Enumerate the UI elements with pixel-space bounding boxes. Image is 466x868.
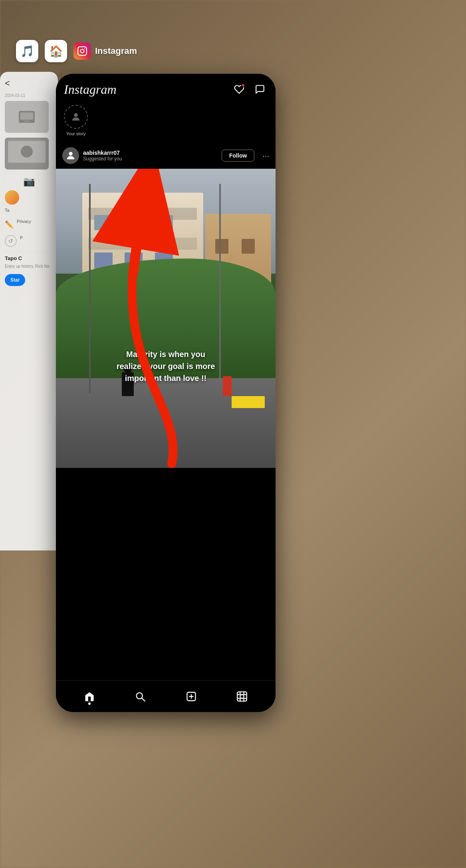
privacy-icon: ✏️ <box>5 220 14 229</box>
your-story-label: Your story <box>66 131 85 136</box>
home-icon-top: 🏠 <box>49 45 63 58</box>
svg-rect-2 <box>24 120 29 122</box>
left-app-panel: < 2024-03-11 📷 Ta ✏️ Privacy ↺ P <box>0 72 58 550</box>
instagram-phone-card: Instagram Your story <box>56 74 276 712</box>
instagram-app-label: Instagram <box>73 42 137 60</box>
back-icon[interactable]: < <box>5 78 53 89</box>
nav-search-button[interactable] <box>130 687 150 706</box>
post-subtitle: Suggested for you <box>83 156 218 162</box>
bottom-navigation <box>56 680 276 712</box>
header-icons <box>232 82 268 97</box>
instagram-post: aabishkarrr07 Suggested for you Follow ·… <box>56 142 276 468</box>
your-story-avatar <box>64 105 88 129</box>
instagram-header: Instagram <box>56 74 276 101</box>
panel-image-1 <box>5 101 49 133</box>
svg-point-10 <box>69 152 72 156</box>
svg-line-14 <box>142 698 145 701</box>
post-user-info: aabishkarrr07 Suggested for you <box>83 150 218 162</box>
camera-icon: 📷 <box>5 176 53 187</box>
post-avatar[interactable] <box>62 147 79 164</box>
instagram-icon-top <box>73 42 91 60</box>
svg-rect-6 <box>78 47 87 55</box>
app-title: Tapo C <box>5 255 53 261</box>
instagram-app-name: Instagram <box>95 46 137 56</box>
svg-point-5 <box>21 146 33 158</box>
home-active-dot <box>88 702 91 705</box>
svg-rect-18 <box>238 692 247 701</box>
svg-point-19 <box>240 694 244 698</box>
nav-reels-button[interactable] <box>232 687 252 706</box>
app-desc: Enjoy up history, Rich No <box>5 264 53 269</box>
notifications-button[interactable] <box>232 82 247 97</box>
divider <box>5 252 53 252</box>
red-arrow-overlay <box>56 169 276 468</box>
instagram-logo: Instagram <box>64 82 117 97</box>
panel-image-2 <box>5 138 49 170</box>
svg-point-7 <box>81 49 84 53</box>
post-username[interactable]: aabishkarrr07 <box>83 150 218 156</box>
svg-rect-1 <box>20 112 33 120</box>
follow-button[interactable]: Follow <box>222 150 254 162</box>
app-switcher-bar: 🎵 🏠 Instagram <box>16 40 137 62</box>
stories-section: Your story <box>56 101 276 142</box>
date-label: 2024-03-11 <box>5 93 53 98</box>
ta-label: Ta <box>5 208 53 213</box>
post-header: aabishkarrr07 Suggested for you Follow ·… <box>56 142 276 169</box>
your-story-item[interactable]: Your story <box>64 105 88 136</box>
start-button[interactable]: Star <box>5 274 25 286</box>
nav-add-button[interactable] <box>181 687 201 706</box>
more-options-button[interactable]: ··· <box>262 151 269 160</box>
svg-point-9 <box>74 113 77 117</box>
privacy-label: Privacy <box>17 219 31 224</box>
tiktok-app-icon[interactable]: 🎵 <box>16 40 38 62</box>
svg-point-8 <box>84 48 85 49</box>
post-image: Maturity is when yourealized your goal i… <box>56 169 276 468</box>
nav-home-button[interactable] <box>79 687 99 706</box>
avatar-gradient <box>5 190 19 205</box>
notification-dot <box>241 83 245 87</box>
home-app-icon[interactable]: 🏠 <box>45 40 67 62</box>
p-circle-icon: ↺ <box>5 235 17 247</box>
tiktok-icon: 🎵 <box>20 45 34 58</box>
messenger-button[interactable] <box>252 82 268 97</box>
p-label: P <box>20 235 23 240</box>
